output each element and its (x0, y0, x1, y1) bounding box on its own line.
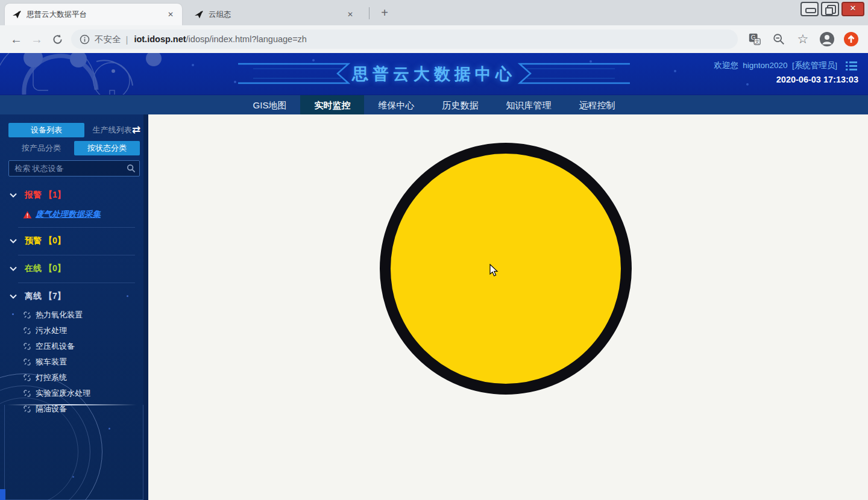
scada-canvas (148, 114, 868, 500)
profile-avatar[interactable] (817, 30, 837, 49)
unlink-icon (23, 389, 31, 398)
info-icon[interactable] (80, 34, 90, 45)
tree-toggle-warning[interactable]: 预警 【0】 (10, 233, 143, 249)
device-search (8, 160, 140, 177)
tree-group-online: 在线 【0】 (0, 255, 143, 283)
tab-device-list[interactable]: 设备列表 (8, 123, 84, 137)
device-item[interactable]: 污水处理 (23, 323, 143, 339)
tab-close-icon[interactable]: ✕ (345, 9, 356, 20)
alarm-device-link[interactable]: 废气处理数据采集 (36, 209, 101, 220)
device-sidebar: 设备列表 生产线列表 ⇄ 按产品分类 按状态分类 报警 【1】 (0, 114, 148, 500)
browser-tab-2[interactable]: 云组态 ✕ (187, 4, 362, 25)
app-header: 思普云大数据中心 欢迎您 hignton2020 [系统管理员] 2020-06… (0, 53, 868, 95)
tree-group-alarm: 报警 【1】 废气处理数据采集 (0, 182, 143, 228)
sidebar-lower-panel (4, 405, 143, 500)
device-item[interactable]: 实验室废水处理 (23, 386, 143, 401)
browser-tab-1[interactable]: 思普云大数据平台 ✕ (5, 4, 182, 25)
welcome-text: 欢迎您 hignton2020 [系统管理员] (714, 60, 837, 71)
tree-toggle-alarm[interactable]: 报警 【1】 (10, 187, 143, 204)
url-host: iot.idosp.net (134, 34, 186, 44)
restore-button[interactable] (821, 2, 839, 16)
alarm-count: 【1】 (44, 190, 66, 201)
tree-toggle-offline[interactable]: 离线 【7】 (10, 288, 143, 305)
user-role: [系统管理员] (792, 61, 837, 70)
tab-by-product[interactable]: 按产品分类 (8, 141, 74, 155)
device-item[interactable]: 空压机设备 (23, 339, 143, 354)
site-favicon-icon (194, 10, 204, 19)
back-icon[interactable]: ← (6, 29, 27, 49)
browser-window: 思普云大数据平台 ✕ 云组态 ✕ + ← → 不安全 | iot.idosp.n… (0, 0, 868, 500)
security-label: 不安全 (95, 34, 121, 45)
address-bar[interactable]: 不安全 | iot.idosp.net/idosp/index.html?lan… (71, 30, 738, 49)
url-path: /idosp/index.html?language=zh (186, 34, 307, 44)
corner-decoration (0, 489, 5, 500)
list-menu-icon[interactable] (846, 61, 857, 70)
new-tab-button[interactable]: + (376, 5, 393, 22)
tab-title: 云组态 (209, 10, 340, 20)
warning-icon (23, 211, 32, 219)
unlink-icon (23, 327, 31, 335)
search-icon[interactable] (127, 164, 136, 173)
site-favicon-icon (12, 10, 22, 19)
unlink-icon (23, 311, 31, 319)
forward-icon[interactable]: → (27, 29, 47, 49)
list-type-tabs: 设备列表 生产线列表 (8, 123, 140, 137)
device-item[interactable]: 猴车装置 (23, 354, 143, 370)
alarm-device-item[interactable]: 废气处理数据采集 (23, 207, 143, 222)
minimize-button[interactable] (800, 2, 819, 16)
datetime-display: 2020-06-03 17:13:03 (776, 75, 858, 84)
browser-toolbar: ← → 不安全 | iot.idosp.net/idosp/index.html… (0, 25, 868, 53)
device-search-input[interactable] (8, 160, 140, 177)
browser-update-icon[interactable] (841, 30, 861, 49)
window-controls (800, 2, 864, 16)
scada-circle-element[interactable] (380, 143, 632, 395)
nav-item-knowledge[interactable]: 知识库管理 (492, 95, 565, 115)
chevron-down-icon[interactable] (10, 193, 17, 198)
swap-icon[interactable]: ⇄ (129, 123, 143, 137)
close-window-button[interactable] (841, 2, 864, 16)
url-separator: | (126, 34, 128, 45)
svg-text:文: 文 (755, 39, 760, 45)
toolbar-actions: G文 ☆ (745, 30, 868, 49)
translate-icon[interactable]: G文 (745, 30, 764, 49)
chevron-down-icon[interactable] (10, 294, 17, 299)
device-item[interactable]: 热力氧化装置 (23, 307, 143, 323)
chevron-down-icon[interactable] (10, 239, 17, 243)
username: hignton2020 (743, 61, 787, 70)
tree-toggle-online[interactable]: 在线 【0】 (10, 260, 143, 277)
offline-device-list: 热力氧化装置 污水处理 空压机设备 猴车装置 (10, 307, 143, 417)
unlink-icon (23, 358, 31, 366)
tab-close-icon[interactable]: ✕ (165, 9, 176, 20)
chevron-down-icon[interactable] (10, 266, 17, 271)
offline-count: 【7】 (44, 291, 66, 302)
tab-divider (369, 7, 370, 19)
classify-tabs: 按产品分类 按状态分类 (8, 141, 140, 155)
device-item[interactable]: 灯控系统 (23, 370, 143, 386)
main-nav: GIS地图 实时监控 维保中心 历史数据 知识库管理 远程控制 (0, 95, 868, 114)
nav-item-realtime-monitor[interactable]: 实时监控 (300, 95, 364, 115)
nav-item-gis[interactable]: GIS地图 (239, 95, 301, 115)
unlink-icon (23, 373, 31, 382)
tab-strip: 思普云大数据平台 ✕ 云组态 ✕ + (0, 0, 868, 25)
nav-item-remote-control[interactable]: 远程控制 (565, 95, 629, 115)
unlink-icon (23, 342, 31, 351)
reload-icon[interactable] (47, 29, 68, 49)
tree-group-warning: 预警 【0】 (0, 228, 143, 255)
nav-item-history[interactable]: 历史数据 (428, 95, 492, 115)
tree-group-offline: 离线 【7】 热力氧化装置 污水处理 空压机设备 (0, 283, 143, 417)
status-tree: 报警 【1】 废气处理数据采集 预警 【0】 (0, 182, 143, 417)
welcome-row: 欢迎您 hignton2020 [系统管理员] (714, 60, 857, 71)
tab-title: 思普云大数据平台 (27, 10, 160, 20)
zoom-out-icon[interactable] (769, 30, 788, 49)
nav-item-maintenance[interactable]: 维保中心 (364, 95, 428, 115)
bookmark-star-icon[interactable]: ☆ (793, 30, 813, 49)
warning-count: 【0】 (44, 236, 66, 246)
online-count: 【0】 (44, 263, 66, 274)
tab-by-status[interactable]: 按状态分类 (74, 141, 140, 155)
